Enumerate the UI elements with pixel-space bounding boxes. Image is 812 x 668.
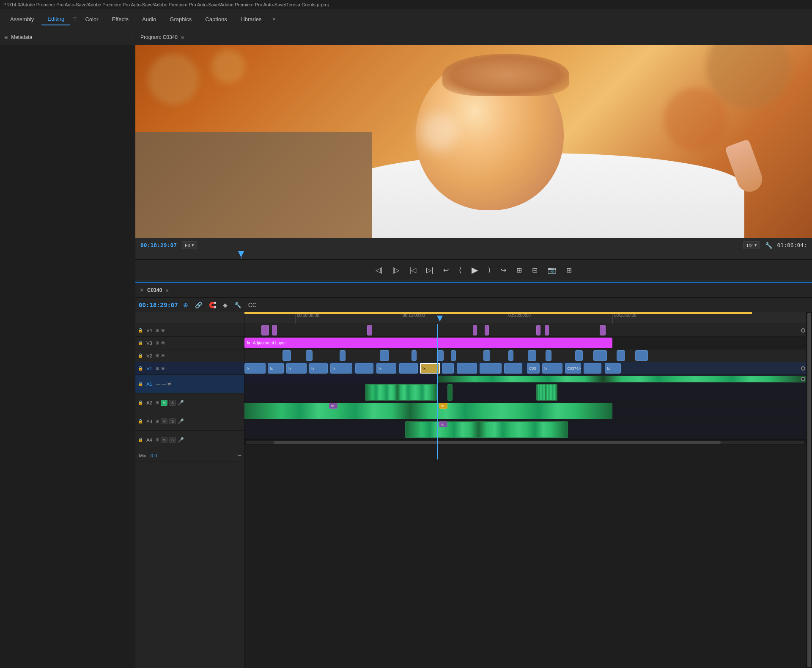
mark-out-btn[interactable]: |▷ xyxy=(391,264,401,276)
v2-clip-6[interactable] xyxy=(437,350,444,361)
h-scrollbar-thumb[interactable] xyxy=(274,441,721,444)
track-row-a1[interactable] xyxy=(244,375,806,383)
v1-clip-6[interactable] xyxy=(355,363,373,374)
in-point-btn[interactable]: |◁ xyxy=(408,264,418,276)
v2-clip-4[interactable] xyxy=(380,350,389,361)
v1-visibility-icon[interactable]: 👁 xyxy=(161,366,165,371)
track-row-a4[interactable]: fx xyxy=(244,421,806,439)
v4-track-icon[interactable]: ⊞ xyxy=(156,328,159,333)
v1-clip-13[interactable] xyxy=(504,363,522,374)
v1-clip-2[interactable]: fx xyxy=(268,363,284,374)
add-marker-tool[interactable]: 🔧 xyxy=(233,301,243,309)
playhead-ruler[interactable] xyxy=(135,251,812,260)
v2-clip-5[interactable] xyxy=(411,350,417,361)
nav-captions[interactable]: Captions xyxy=(199,14,233,25)
step-back-btn[interactable]: ⟨ xyxy=(457,264,463,276)
a1-track-icon[interactable]: — xyxy=(156,382,160,386)
v2-clip-2[interactable] xyxy=(306,350,313,361)
v2-clip-8[interactable] xyxy=(483,350,490,361)
a2-track-icon[interactable]: ⊞ xyxy=(156,400,159,405)
v2-track-icon[interactable]: ⊞ xyxy=(156,353,159,358)
track-row-v4[interactable] xyxy=(244,324,806,337)
a3-mic-icon[interactable]: 🎤 xyxy=(178,418,184,424)
v3-visibility-icon[interactable]: 👁 xyxy=(161,341,165,346)
fit-dropdown[interactable]: Fit ▾ xyxy=(182,241,197,249)
v1-clip-12[interactable] xyxy=(480,363,502,374)
a3-fx-1[interactable]: fx xyxy=(329,403,337,409)
quality-dropdown[interactable]: 1/2 ▾ xyxy=(743,241,760,249)
v-scrollbar-thumb[interactable] xyxy=(807,313,811,667)
v1-clip-1[interactable]: fx xyxy=(244,363,266,374)
nav-color[interactable]: Color xyxy=(79,14,104,25)
a2-lock-icon[interactable]: 🔒 xyxy=(138,400,143,405)
a4-track-icon[interactable]: ⊞ xyxy=(156,437,159,442)
overwrite-btn[interactable]: ⊟ xyxy=(530,264,539,276)
nav-editing[interactable]: Editing xyxy=(41,13,70,25)
step-forward-btn[interactable]: ⟩ xyxy=(486,264,492,276)
v1-lock-icon[interactable]: 🔒 xyxy=(138,366,143,371)
a2-clip-1[interactable] xyxy=(365,384,437,401)
mix-end-icon[interactable]: ⊢ xyxy=(237,453,241,459)
a2-solo-btn[interactable]: M xyxy=(161,400,167,406)
v2-clip-14[interactable] xyxy=(617,350,625,361)
a3-full-clip[interactable] xyxy=(244,403,612,419)
nav-assembly[interactable]: Assembly xyxy=(4,14,40,25)
insert-btn[interactable]: ⊞ xyxy=(515,264,524,276)
settings-icon[interactable]: 🔧 xyxy=(765,242,772,249)
v1-clip-15[interactable] xyxy=(584,363,601,374)
v1-clip-10[interactable] xyxy=(442,363,454,374)
multi-cam-btn[interactable]: ⊞ xyxy=(565,264,573,276)
v1-clip-c03[interactable]: C03 xyxy=(527,363,540,374)
timeline-scrollbar[interactable] xyxy=(244,439,806,445)
v4-clip-5[interactable] xyxy=(485,325,489,335)
v2-lock-icon[interactable]: 🔒 xyxy=(138,353,143,358)
ripple-edit-tool[interactable]: ⊕ xyxy=(181,301,190,309)
v1-clip-selected[interactable]: fx xyxy=(420,363,440,374)
track-row-a3[interactable]: fx fx xyxy=(244,402,806,421)
marker-tool[interactable]: ◆ xyxy=(221,301,229,309)
play-button[interactable]: ▶ xyxy=(470,263,480,277)
v3-adj-clip[interactable]: fx Adjustment Layer xyxy=(244,338,612,348)
v4-clip-4[interactable] xyxy=(473,325,477,335)
snap-tool[interactable]: 🧲 xyxy=(207,301,218,309)
program-monitor-menu-icon[interactable]: ≡ xyxy=(181,34,184,40)
v2-clip-11[interactable] xyxy=(546,350,551,361)
v1-clip-c0374[interactable]: C0374.MP4 xyxy=(565,363,581,374)
captions-tool[interactable]: CC xyxy=(247,301,258,309)
nav-audio[interactable]: Audio xyxy=(136,14,162,25)
v2-clip-1[interactable] xyxy=(283,350,291,361)
v4-clip-7[interactable] xyxy=(545,325,549,335)
export-frame-btn[interactable]: 📷 xyxy=(546,264,558,276)
a4-mic-icon[interactable]: 🎤 xyxy=(178,437,184,443)
v-scrollbar[interactable] xyxy=(806,312,812,668)
mark-in-btn[interactable]: ◁| xyxy=(374,264,384,276)
v2-visibility-icon[interactable]: 👁 xyxy=(161,353,165,358)
a2-mute-btn[interactable]: S xyxy=(169,400,176,406)
left-panel-menu-icon[interactable]: ≡ xyxy=(4,34,8,41)
v1-clip-7[interactable]: fx xyxy=(376,363,396,374)
v2-clip-12[interactable] xyxy=(575,350,583,361)
a2-mic-icon[interactable]: 🎤 xyxy=(178,400,184,406)
a4-lock-icon[interactable]: 🔒 xyxy=(138,437,143,442)
v4-clip-3[interactable] xyxy=(367,325,372,335)
v1-clip-11[interactable] xyxy=(457,363,477,374)
a4-mute-btn[interactable]: M xyxy=(161,437,167,443)
a4-solo-btn[interactable]: S xyxy=(169,437,176,443)
track-row-v2[interactable] xyxy=(244,349,806,362)
v1-track-icon[interactable]: ⊞ xyxy=(156,366,159,371)
v4-clip-6[interactable] xyxy=(536,325,540,335)
v4-clip-8[interactable] xyxy=(600,325,606,335)
a3-mute-btn[interactable]: M xyxy=(161,418,167,424)
v4-lock-icon[interactable]: 🔒 xyxy=(138,328,143,333)
a3-solo-btn[interactable]: S xyxy=(169,418,176,424)
monitor-timecode[interactable]: 00:18:29:07 xyxy=(140,242,177,248)
a1-sync-icon[interactable]: ⇄ xyxy=(167,382,171,386)
v4-visibility-icon[interactable]: 👁 xyxy=(161,328,165,333)
v1-clip-4[interactable]: fx xyxy=(309,363,328,374)
a4-fx-1[interactable]: fx xyxy=(439,421,447,427)
v2-clip-3[interactable] xyxy=(340,350,346,361)
v2-clip-15[interactable] xyxy=(635,350,648,361)
a3-lock-icon[interactable]: 🔒 xyxy=(138,419,143,423)
link-tool[interactable]: 🔗 xyxy=(193,301,204,309)
nav-more[interactable]: » xyxy=(269,14,279,25)
